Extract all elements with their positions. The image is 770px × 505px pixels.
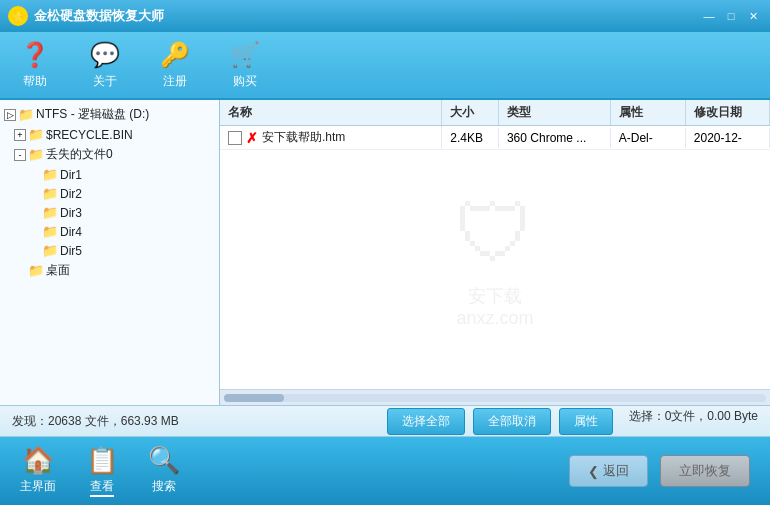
td-name: ✗ 安下载帮助.htm (220, 126, 442, 149)
tree-item-recycle[interactable]: + 📁 $RECYCLE.BIN (0, 125, 219, 144)
folder-icon-desktop: 📁 (28, 263, 44, 278)
footer-home[interactable]: 🏠 主界面 (20, 445, 56, 497)
home-label: 主界面 (20, 478, 56, 495)
tree-toggle-ntfs[interactable]: ▷ (4, 109, 16, 121)
app-icon: 🌟 (8, 6, 28, 26)
horizontal-scrollbar[interactable] (220, 389, 770, 405)
search-icon: 🔍 (148, 445, 180, 476)
file-checkbox[interactable] (228, 131, 242, 145)
selection-info: 选择：0文件，0.00 Byte (629, 408, 758, 435)
folder-icon-dir3: 📁 (42, 205, 58, 220)
tree-item-lost[interactable]: - 📁 丢失的文件0 (0, 144, 219, 165)
th-date: 修改日期 (686, 100, 770, 125)
back-label: 返回 (603, 462, 629, 480)
title-bar-left: 🌟 金松硬盘数据恢复大师 (8, 6, 164, 26)
buy-label: 购买 (233, 73, 257, 90)
search-label: 搜索 (152, 478, 176, 495)
tree-label-ntfs: NTFS - 逻辑磁盘 (D:) (36, 106, 149, 123)
folder-icon-lost: 📁 (28, 147, 44, 162)
about-icon: 💬 (90, 41, 120, 69)
home-icon: 🏠 (22, 445, 54, 476)
th-type: 类型 (499, 100, 611, 125)
toolbar-buy[interactable]: 🛒 购买 (230, 41, 260, 90)
td-attr-value: A-Del- (611, 128, 686, 148)
scroll-track (224, 394, 766, 402)
help-label: 帮助 (23, 73, 47, 90)
td-date-value: 2020-12- (686, 128, 770, 148)
about-label: 关于 (93, 73, 117, 90)
minimize-button[interactable]: — (700, 7, 718, 25)
buy-icon: 🛒 (230, 41, 260, 69)
file-name: 安下载帮助.htm (262, 129, 345, 146)
footer: 🏠 主界面 📋 查看 🔍 搜索 ❮ 返回 立即恢复 (0, 437, 770, 505)
register-icon: 🔑 (160, 41, 190, 69)
tree-item-ntfs[interactable]: ▷ 📁 NTFS - 逻辑磁盘 (D:) (0, 104, 219, 125)
tree-label-dir1: Dir1 (60, 168, 82, 182)
app-title: 金松硬盘数据恢复大师 (34, 7, 164, 25)
tree-item-dir4[interactable]: 📁 Dir4 (0, 222, 219, 241)
watermark-icon: 🛡 (455, 187, 535, 279)
folder-icon-dir4: 📁 (42, 224, 58, 239)
folder-icon-dir2: 📁 (42, 186, 58, 201)
toolbar-about[interactable]: 💬 关于 (90, 41, 120, 90)
footer-nav: 🏠 主界面 📋 查看 🔍 搜索 (20, 445, 180, 497)
toolbar: ❓ 帮助 💬 关于 🔑 注册 🛒 购买 (0, 32, 770, 100)
folder-icon-dir1: 📁 (42, 167, 58, 182)
table-header: 名称 大小 类型 属性 修改日期 (220, 100, 770, 126)
th-name: 名称 (220, 100, 442, 125)
td-size-value: 2.4KB (442, 128, 499, 148)
window-controls: — □ ✕ (700, 7, 762, 25)
tree-label-dir2: Dir2 (60, 187, 82, 201)
tree-item-dir3[interactable]: 📁 Dir3 (0, 203, 219, 222)
tree-item-dir1[interactable]: 📁 Dir1 (0, 165, 219, 184)
footer-actions: ❮ 返回 立即恢复 (569, 455, 750, 487)
deselect-all-button[interactable]: 全部取消 (473, 408, 551, 435)
table-body: 🛡 安下载anxz.com ✗ 安下载帮助.htm 2.4KB 360 Chro… (220, 126, 770, 389)
tree-label-dir4: Dir4 (60, 225, 82, 239)
scroll-thumb[interactable] (224, 394, 284, 402)
properties-button[interactable]: 属性 (559, 408, 613, 435)
tree-item-dir5[interactable]: 📁 Dir5 (0, 241, 219, 260)
delete-icon: ✗ (246, 130, 258, 146)
tree-item-dir2[interactable]: 📁 Dir2 (0, 184, 219, 203)
tree-panel: ▷ 📁 NTFS - 逻辑磁盘 (D:) + 📁 $RECYCLE.BIN - … (0, 100, 220, 405)
tree-item-desktop[interactable]: 📁 桌面 (0, 260, 219, 281)
th-size: 大小 (442, 100, 499, 125)
maximize-button[interactable]: □ (722, 7, 740, 25)
action-buttons: 选择全部 全部取消 属性 选择：0文件，0.00 Byte (387, 408, 758, 435)
back-button[interactable]: ❮ 返回 (569, 455, 648, 487)
status-found: 发现：20638 文件，663.93 MB (12, 413, 179, 430)
help-icon: ❓ (20, 41, 50, 69)
main-area: ▷ 📁 NTFS - 逻辑磁盘 (D:) + 📁 $RECYCLE.BIN - … (0, 100, 770, 405)
footer-search[interactable]: 🔍 搜索 (148, 445, 180, 497)
tree-label-dir3: Dir3 (60, 206, 82, 220)
tree-toggle-lost[interactable]: - (14, 149, 26, 161)
tree-label-recycle: $RECYCLE.BIN (46, 128, 133, 142)
td-type-value: 360 Chrome ... (499, 128, 611, 148)
table-row[interactable]: ✗ 安下载帮助.htm 2.4KB 360 Chrome ... A-Del- … (220, 126, 770, 150)
tree-label-desktop: 桌面 (46, 262, 70, 279)
toolbar-help[interactable]: ❓ 帮助 (20, 41, 50, 90)
footer-browse[interactable]: 📋 查看 (86, 445, 118, 497)
browse-label: 查看 (90, 478, 114, 497)
th-attr: 属性 (611, 100, 686, 125)
folder-icon-ntfs: 📁 (18, 107, 34, 122)
status-bar: 发现：20638 文件，663.93 MB 选择全部 全部取消 属性 选择：0文… (0, 405, 770, 437)
title-bar: 🌟 金松硬盘数据恢复大师 — □ ✕ (0, 0, 770, 32)
tree-label-lost: 丢失的文件0 (46, 146, 113, 163)
back-chevron-icon: ❮ (588, 464, 599, 479)
tree-toggle-recycle[interactable]: + (14, 129, 26, 141)
watermark-text: 安下载anxz.com (455, 283, 535, 328)
tree-label-dir5: Dir5 (60, 244, 82, 258)
select-all-button[interactable]: 选择全部 (387, 408, 465, 435)
register-label: 注册 (163, 73, 187, 90)
browse-icon: 📋 (86, 445, 118, 476)
folder-icon-recycle: 📁 (28, 127, 44, 142)
toolbar-register[interactable]: 🔑 注册 (160, 41, 190, 90)
watermark: 🛡 安下载anxz.com (455, 187, 535, 328)
close-button[interactable]: ✕ (744, 7, 762, 25)
file-panel: 名称 大小 类型 属性 修改日期 🛡 安下载anxz.com ✗ 安下载帮助.h… (220, 100, 770, 405)
recover-button[interactable]: 立即恢复 (660, 455, 750, 487)
folder-icon-dir5: 📁 (42, 243, 58, 258)
